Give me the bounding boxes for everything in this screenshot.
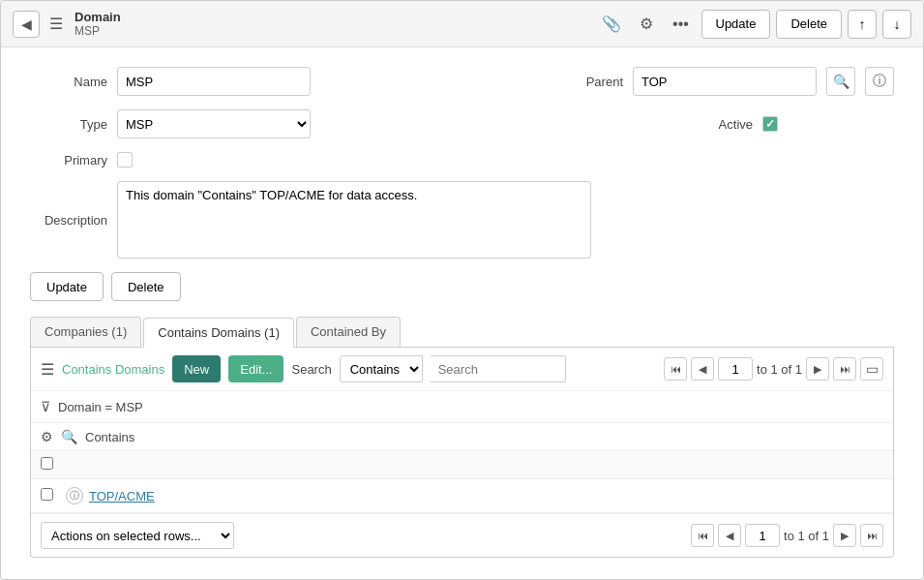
bottom-first-page-button[interactable]: ⏮ bbox=[691, 524, 714, 547]
primary-checkbox[interactable] bbox=[117, 152, 133, 168]
expand-text: Contains bbox=[85, 430, 134, 444]
up-button[interactable]: ↑ bbox=[848, 10, 877, 39]
form-group-primary: Primary bbox=[30, 152, 133, 168]
search-input[interactable] bbox=[431, 355, 566, 382]
row-info-icon[interactable]: ⓘ bbox=[66, 487, 83, 504]
prev-page-button[interactable]: ◀ bbox=[691, 357, 714, 381]
tabs: Companies (1) Contains Domains (1) Conta… bbox=[30, 317, 894, 348]
menu-icon[interactable]: ☰ bbox=[49, 15, 63, 33]
form-group-parent: Parent 🔍 ⓘ bbox=[546, 67, 894, 96]
more-icon: ••• bbox=[672, 15, 689, 33]
filter-text: Domain = MSP bbox=[58, 400, 143, 414]
edit-button[interactable]: Edit... bbox=[228, 355, 283, 382]
clip-button[interactable]: 📎 bbox=[597, 10, 626, 39]
bottom-bar: Actions on selected rows... ⏮ ◀ to 1 of … bbox=[31, 513, 893, 557]
more-button[interactable]: ••• bbox=[667, 10, 696, 39]
type-label: Type bbox=[30, 117, 107, 132]
header-checkbox-cell bbox=[41, 457, 60, 473]
bottom-next-page-button[interactable]: ▶ bbox=[833, 524, 856, 547]
row-link[interactable]: TOP/ACME bbox=[89, 489, 155, 504]
app-header: ◀ ☰ Domain MSP 📎 ⚙ ••• Update Delete ↑ ↓ bbox=[1, 1, 923, 47]
description-textarea[interactable]: This domain "Contains" TOP/ACME for data… bbox=[117, 181, 591, 259]
actions-select[interactable]: Actions on selected rows... bbox=[41, 522, 234, 549]
header-title-sub: MSP bbox=[75, 24, 589, 38]
form-group-active: Active ✓ bbox=[675, 116, 778, 132]
toolbar-title: Contains Domains bbox=[62, 362, 164, 377]
clip-icon: 📎 bbox=[602, 15, 621, 33]
tab-panel: ☰ Contains Domains New Edit... Search Co… bbox=[30, 348, 894, 558]
tab-contains-domains[interactable]: Contains Domains (1) bbox=[143, 318, 294, 348]
header-title-main: Domain bbox=[75, 10, 589, 24]
sliders-icon: ⚙ bbox=[640, 15, 653, 33]
bottom-page-nav: ⏮ ◀ to 1 of 1 ▶ ⏭ bbox=[691, 524, 883, 547]
name-input[interactable] bbox=[117, 67, 311, 96]
down-icon: ↓ bbox=[894, 16, 901, 32]
type-select[interactable]: MSP bbox=[117, 109, 311, 138]
header-update-button[interactable]: Update bbox=[701, 10, 771, 39]
row-checkbox-cell bbox=[41, 488, 60, 504]
form-row-name-parent: Name Parent 🔍 ⓘ bbox=[30, 67, 894, 96]
info-icon: ⓘ bbox=[873, 73, 886, 90]
toolbar: ☰ Contains Domains New Edit... Search Co… bbox=[31, 348, 893, 391]
gear-icon[interactable]: ⚙ bbox=[41, 429, 53, 444]
first-page-button[interactable]: ⏮ bbox=[664, 357, 687, 381]
page-info: to 1 of 1 bbox=[757, 362, 802, 377]
table-header bbox=[31, 451, 893, 479]
parent-search-button[interactable]: 🔍 bbox=[826, 67, 855, 96]
sliders-button[interactable]: ⚙ bbox=[632, 10, 661, 39]
filter-icon: ⊽ bbox=[41, 399, 50, 414]
search-type-select[interactable]: Contains bbox=[340, 355, 423, 382]
bottom-page-info: to 1 of 1 bbox=[784, 529, 829, 543]
row-name-cell: TOP/ACME bbox=[89, 489, 883, 504]
back-button[interactable]: ◀ bbox=[13, 11, 40, 38]
new-button[interactable]: New bbox=[172, 355, 221, 382]
form-group-description: Description This domain "Contains" TOP/A… bbox=[30, 181, 591, 259]
bottom-prev-page-button[interactable]: ◀ bbox=[718, 524, 741, 547]
form-row-type-active: Type MSP Active ✓ bbox=[30, 109, 894, 138]
header-actions: 📎 ⚙ ••• Update Delete ↑ ↓ bbox=[597, 10, 912, 39]
search-label: Search bbox=[291, 362, 331, 377]
row-info-cell: ⓘ bbox=[60, 487, 89, 504]
back-icon: ◀ bbox=[21, 16, 32, 32]
search-icon: 🔍 bbox=[833, 74, 849, 89]
expand-search-icon[interactable]: 🔍 bbox=[61, 429, 77, 444]
parent-info-button[interactable]: ⓘ bbox=[865, 67, 894, 96]
tab-companies[interactable]: Companies (1) bbox=[30, 317, 141, 347]
parent-input[interactable] bbox=[633, 67, 817, 96]
primary-label: Primary bbox=[30, 153, 107, 168]
down-button[interactable]: ↓ bbox=[882, 10, 911, 39]
description-label: Description bbox=[30, 213, 107, 228]
last-page-button[interactable]: ⏭ bbox=[833, 357, 856, 381]
bottom-last-page-button[interactable]: ⏭ bbox=[860, 524, 883, 547]
header-title: Domain MSP bbox=[75, 10, 589, 38]
header-checkbox[interactable] bbox=[41, 457, 53, 470]
bottom-page-number-input[interactable] bbox=[745, 524, 780, 547]
next-page-button[interactable]: ▶ bbox=[806, 357, 829, 381]
row-checkbox[interactable] bbox=[41, 488, 53, 501]
name-label: Name bbox=[30, 75, 107, 89]
page-nav: ⏮ ◀ to 1 of 1 ▶ ⏭ ▭ bbox=[664, 357, 883, 381]
parent-label: Parent bbox=[546, 75, 623, 89]
collapse-button[interactable]: ▭ bbox=[860, 357, 883, 381]
update-button[interactable]: Update bbox=[30, 272, 104, 301]
main-content: Name Parent 🔍 ⓘ Type MSP bbox=[1, 47, 923, 579]
filter-row: ⊽ Domain = MSP bbox=[31, 391, 893, 423]
expand-row: ⚙ 🔍 Contains bbox=[31, 423, 893, 451]
active-label: Active bbox=[675, 117, 753, 132]
form-group-name: Name bbox=[30, 67, 311, 96]
header-delete-button[interactable]: Delete bbox=[776, 10, 842, 39]
toolbar-menu-icon[interactable]: ☰ bbox=[41, 360, 54, 379]
form-group-type: Type MSP bbox=[30, 109, 311, 138]
up-icon: ↑ bbox=[859, 16, 866, 32]
tab-contained-by[interactable]: Contained By bbox=[296, 317, 401, 347]
form-action-buttons: Update Delete bbox=[30, 272, 894, 301]
page-number-input[interactable] bbox=[718, 357, 753, 381]
check-icon: ✓ bbox=[765, 117, 775, 131]
delete-button[interactable]: Delete bbox=[111, 272, 181, 301]
active-checkbox[interactable]: ✓ bbox=[762, 116, 778, 132]
table-row[interactable]: ⓘ TOP/ACME bbox=[31, 479, 893, 513]
form-row-description: Description This domain "Contains" TOP/A… bbox=[30, 181, 894, 259]
form-row-primary: Primary bbox=[30, 152, 894, 168]
